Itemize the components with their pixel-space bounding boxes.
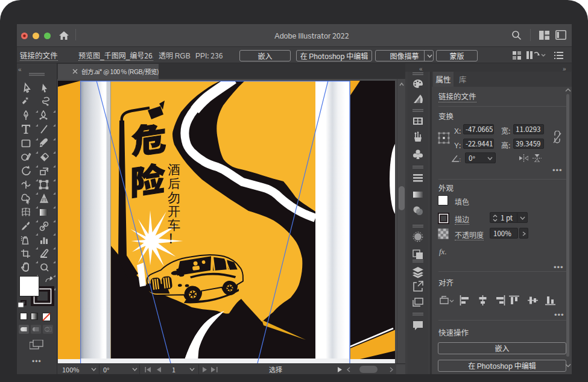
svg-text:！: ！: [168, 228, 180, 246]
svg-text:险: 险: [130, 152, 165, 205]
svg-text::: :: [460, 155, 461, 162]
